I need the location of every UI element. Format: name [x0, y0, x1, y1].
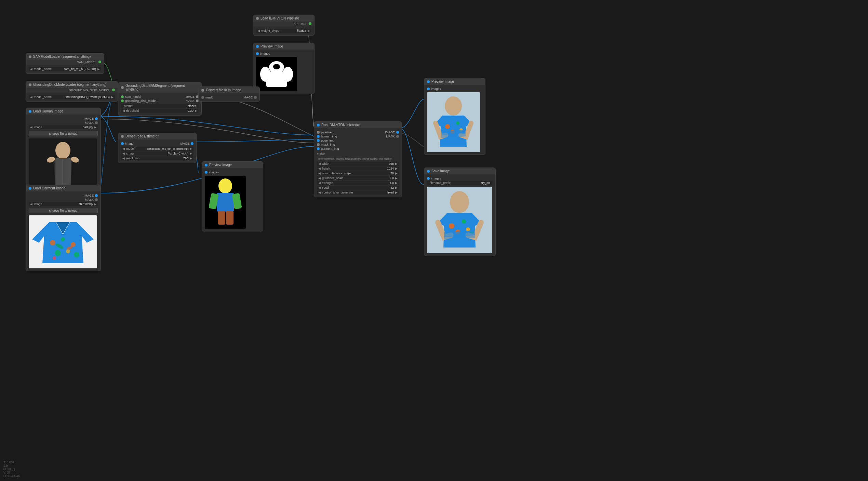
svg-rect-17: [218, 211, 225, 225]
node-body: pipeline human_img pose_img mask_img: [314, 128, 402, 197]
model-name-field[interactable]: ◀ model_name sam_hq_vit_h (2.57GB) ▶: [29, 67, 101, 71]
width-field[interactable]: ◀ width 768 ▶: [317, 162, 399, 166]
num-inference-steps-field[interactable]: ◀ num_inference_steps 30 ▶: [317, 171, 399, 175]
load-garment-image-header: Load Garment Image: [26, 185, 101, 191]
sam-loader-node: SAMModelLoader (segment anything) SAM_MO…: [26, 53, 104, 74]
image-output-port: IMAGE: [185, 95, 199, 98]
node-status-dot: [121, 86, 124, 89]
node-status-dot: [29, 110, 31, 113]
control-after-generate-field[interactable]: ◀ control_after_generate fixed ▶: [317, 190, 399, 195]
convert-mask-node: Convert Mask to Image mask IMAGE: [198, 86, 260, 102]
filename-prefix-field[interactable]: filename_prefix try_on: [427, 181, 493, 185]
guidance-scale-field[interactable]: ◀ guidance_scale 2.0 ▶: [317, 176, 399, 180]
height-field[interactable]: ◀ height 1024 ▶: [317, 166, 399, 171]
node-body: IMAGE MASK ◀ image shirt.webp ▶ choose f…: [26, 191, 101, 271]
svg-point-2: [260, 67, 270, 82]
node-title: Load Garment Image: [33, 186, 66, 190]
mask-input-port: mask: [201, 96, 213, 99]
node-title: Preview Image: [261, 44, 283, 48]
node-status-dot: [256, 17, 259, 20]
prompt-field[interactable]: prompt blazer: [121, 104, 199, 108]
cmap-field[interactable]: ◀ cmap Parula (CivitAI) ▶: [121, 151, 193, 156]
grounding-dino-loader-node: GroundingDinoModelLoader (segment anythi…: [26, 81, 118, 102]
grounding-dino-sam-header: GroundingDinoSAMSegment (segment anythin…: [118, 82, 201, 93]
svg-point-5: [55, 142, 70, 159]
image-field[interactable]: ◀ image shirt.webp ▶: [29, 202, 98, 206]
svg-point-29: [445, 96, 462, 116]
strength-field[interactable]: ◀ strength 1.0 ▶: [317, 181, 399, 185]
node-status-dot: [256, 45, 259, 48]
node-body: images filename_prefix try_on: [424, 174, 495, 256]
svg-point-25: [74, 252, 79, 257]
load-human-image-header: Load Human Image: [26, 108, 101, 115]
run-idm-vton-header: Run IDM-VTON Inference: [314, 122, 402, 128]
choose-file-button[interactable]: choose file to upload: [29, 131, 98, 136]
densepose-preview-image: [205, 176, 246, 229]
image-output: IMAGE: [385, 131, 399, 134]
mask-output: MASK: [29, 121, 98, 124]
status-line1: T: 0.00s: [3, 460, 20, 464]
output-dot: [112, 89, 115, 91]
image-output-port: IMAGE: [179, 142, 193, 145]
images-port: images: [427, 87, 482, 91]
grounding-dino-sam-node: GroundingDinoSAMSegment (segment anythin…: [118, 82, 202, 116]
node-title: GroundingDinoSAMSegment (segment anythin…: [125, 84, 199, 91]
shirt-label: # shirt: [317, 152, 399, 156]
output-dot: [98, 61, 101, 63]
image-input-port: image: [121, 142, 134, 145]
node-status-dot: [201, 89, 204, 92]
image-field[interactable]: ◀ image dad.jpg ▶: [29, 125, 98, 129]
threshold-field[interactable]: ◀ threshold 0.30 ▶: [121, 109, 199, 113]
node-status-dot: [29, 187, 31, 190]
node-body: ◀ model_name GroundingDINO_SwinB (938MB)…: [26, 93, 118, 102]
field-arrow-right[interactable]: ▶: [308, 29, 310, 32]
svg-point-36: [449, 223, 454, 229]
node-type-label: GROUNDING_DINO_MODEL: [26, 88, 118, 93]
preview-mask-node: Preview Image images: [253, 43, 315, 94]
choose-file-button-garment[interactable]: choose file to upload: [29, 208, 98, 213]
node-status-dot: [427, 80, 430, 83]
garment-preview-image: [29, 215, 97, 268]
preview-result-header: Preview Image: [424, 78, 485, 85]
image-output-port: IMAGE: [243, 96, 257, 99]
load-idm-pipeline-header: Load IDM-VTON Pipeline: [253, 15, 314, 22]
model-name-field[interactable]: ◀ model_name GroundingDINO_SwinB (938MB)…: [29, 95, 115, 99]
node-status-dot: [29, 83, 31, 86]
node-title: Preview Image: [431, 80, 454, 83]
svg-point-37: [462, 219, 466, 224]
images-port: images: [427, 177, 493, 180]
field-arrow-left[interactable]: ◀: [257, 29, 260, 32]
svg-point-23: [66, 249, 70, 253]
status-bar: T: 0.00s 1.0 N: 13 [6] V: 26 FPS:113.36: [3, 460, 20, 478]
resolution-field[interactable]: ◀ resolution 768 ▶: [121, 156, 193, 160]
node-type-label: SAM_MODEL: [26, 60, 104, 65]
grounding-dino-loader-header: GroundingDinoModelLoader (segment anythi…: [26, 81, 118, 88]
svg-point-31: [456, 121, 459, 125]
node-body: ◀ weight_dtype float16 ▶: [253, 26, 314, 35]
result-preview-image: [427, 92, 480, 152]
seed-field[interactable]: ◀ seed 42 ▶: [317, 186, 399, 190]
svg-point-24: [53, 256, 56, 260]
mask-output: MASK: [385, 135, 399, 138]
node-title: Preview Image: [209, 163, 232, 167]
svg-point-19: [50, 240, 55, 245]
status-line3: N: 13 [6]: [3, 467, 20, 471]
node-body: ◀ model_name sam_hq_vit_h (2.57GB) ▶: [26, 65, 104, 74]
node-status-dot: [317, 124, 320, 126]
node-body: sam_model grounding_dino_model IMAGE MAS…: [118, 93, 201, 115]
node-title: DensePose Estimator: [125, 134, 159, 138]
input-dot: [256, 52, 259, 55]
status-line4: V: 26: [3, 471, 20, 474]
weight-dtype-field[interactable]: ◀ weight_dtype float16 ▶: [256, 29, 311, 33]
image-output: IMAGE: [29, 117, 98, 120]
node-title: SAMModelLoader (segment anything): [33, 55, 91, 58]
model-field[interactable]: ◀ model densepose_r50_fpn_dl.torchscript…: [121, 147, 193, 151]
convert-mask-header: Convert Mask to Image: [199, 87, 259, 93]
human-img-input: human_img: [317, 135, 339, 138]
images-port: images: [205, 171, 260, 174]
node-title: Convert Mask to Image: [206, 88, 241, 92]
svg-point-21: [71, 242, 76, 247]
grounding-dino-model-port: grounding_dino_model: [121, 99, 157, 103]
svg-point-30: [445, 124, 450, 129]
node-title: Save Image: [431, 169, 450, 173]
